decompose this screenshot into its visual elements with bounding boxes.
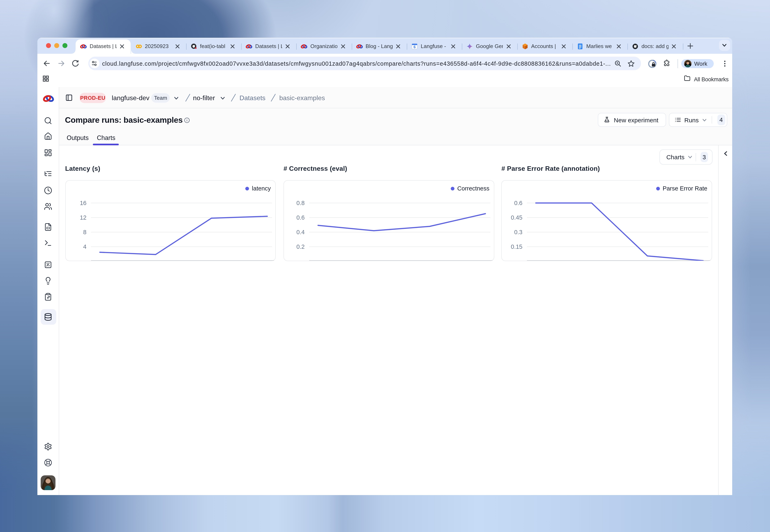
svg-text:6: 6 (414, 45, 416, 49)
svg-text:0.3: 0.3 (514, 229, 522, 235)
svg-text:12: 12 (80, 214, 86, 221)
svg-text:0.6: 0.6 (297, 214, 305, 221)
svg-text:0.4: 0.4 (297, 229, 305, 235)
svg-text:0.6: 0.6 (514, 199, 522, 206)
svg-text:0.15: 0.15 (511, 243, 522, 250)
svg-text:16: 16 (80, 199, 86, 206)
svg-text:0.45: 0.45 (511, 214, 522, 221)
svg-text:0.8: 0.8 (297, 199, 305, 206)
svg-text:0.2: 0.2 (297, 243, 305, 250)
svg-text:4: 4 (83, 243, 86, 250)
svg-text:8: 8 (83, 229, 86, 235)
